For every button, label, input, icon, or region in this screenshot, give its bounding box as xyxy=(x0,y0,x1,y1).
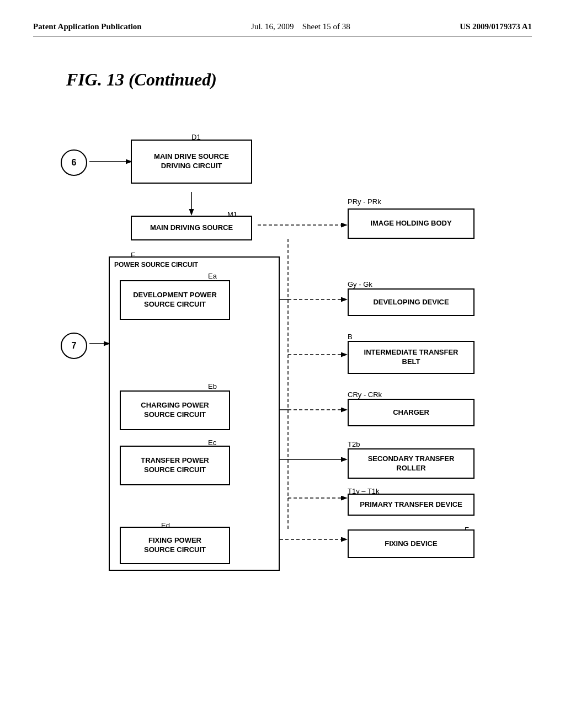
label-cry-crk: CRy - CRk xyxy=(348,390,382,399)
box-fixing-power: FIXING POWERSOURCE CIRCUIT xyxy=(120,527,230,564)
patent-number: US 2009/0179373 A1 xyxy=(460,22,532,31)
label-b: B xyxy=(348,333,353,341)
box-charger: CHARGER xyxy=(348,399,475,426)
circle-7: 7 xyxy=(61,333,87,359)
date-sheet: Jul. 16, 2009 Sheet 15 of 38 xyxy=(251,22,350,31)
box-label-fixing-device: FIXING DEVICE xyxy=(385,539,437,549)
box-secondary-transfer-roller: SECONDARY TRANSFERROLLER xyxy=(348,448,475,479)
page: Patent Application Publication Jul. 16, … xyxy=(0,0,565,728)
label-gy-gk: Gy - Gk xyxy=(348,280,372,288)
label-ea: Ea xyxy=(208,272,217,280)
box-label-charger: CHARGER xyxy=(393,408,429,417)
sheet-info: Sheet 15 of 38 xyxy=(302,22,350,31)
circle-7-label: 7 xyxy=(72,341,77,351)
box-development-power: DEVELOPMENT POWERSOURCE CIRCUIT xyxy=(120,280,230,320)
box-label-main-driving: MAIN DRIVING SOURCE xyxy=(150,223,233,233)
circle-6: 6 xyxy=(61,149,87,176)
box-label-main-drive: MAIN DRIVE SOURCEDRIVING CIRCUIT xyxy=(154,152,229,171)
box-developing-device: DEVELOPING DEVICE xyxy=(348,288,475,316)
box-transfer-power: TRANSFER POWERSOURCE CIRCUIT xyxy=(120,446,230,485)
publication-label: Patent Application Publication xyxy=(33,22,142,31)
box-label-charging: CHARGING POWERSOURCE CIRCUIT xyxy=(141,401,209,420)
box-label-developing: DEVELOPING DEVICE xyxy=(373,298,449,307)
box-label-itb: INTERMEDIATE TRANSFERBELT xyxy=(364,348,459,367)
header: Patent Application Publication Jul. 16, … xyxy=(33,22,532,36)
label-eb: Eb xyxy=(208,382,217,390)
label-t2b: T2b xyxy=(348,440,360,448)
circle-6-label: 6 xyxy=(72,158,77,168)
date: Jul. 16, 2009 xyxy=(251,22,294,31)
box-label-fixing-power: FIXING POWERSOURCE CIRCUIT xyxy=(144,536,206,555)
box-fixing-device: FIXING DEVICE xyxy=(348,529,475,558)
box-label-secondary-transfer: SECONDARY TRANSFERROLLER xyxy=(368,454,455,473)
box-charging-power: CHARGING POWERSOURCE CIRCUIT xyxy=(120,390,230,430)
box-label-development: DEVELOPMENT POWERSOURCE CIRCUIT xyxy=(133,291,217,309)
box-label-primary-transfer: PRIMARY TRANSFER DEVICE xyxy=(360,500,462,510)
box-intermediate-transfer-belt: INTERMEDIATE TRANSFERBELT xyxy=(348,341,475,374)
box-label-power-source: POWER SOURCE CIRCUIT xyxy=(114,261,198,270)
figure-title: FIG. 13 (Continued) xyxy=(66,69,532,90)
box-primary-transfer-device: PRIMARY TRANSFER DEVICE xyxy=(348,494,475,516)
label-pry-prk: PRy - PRk xyxy=(348,197,381,206)
box-label-image-holding: IMAGE HOLDING BODY xyxy=(370,219,451,228)
box-main-driving-source: MAIN DRIVING SOURCE xyxy=(131,216,252,240)
diagram: 6 D1 MAIN DRIVE SOURCEDRIVING CIRCUIT M1… xyxy=(45,112,520,581)
box-label-transfer: TRANSFER POWERSOURCE CIRCUIT xyxy=(141,456,209,475)
box-main-drive-source-driving: MAIN DRIVE SOURCEDRIVING CIRCUIT xyxy=(131,140,252,184)
box-image-holding-body: IMAGE HOLDING BODY xyxy=(348,208,475,239)
